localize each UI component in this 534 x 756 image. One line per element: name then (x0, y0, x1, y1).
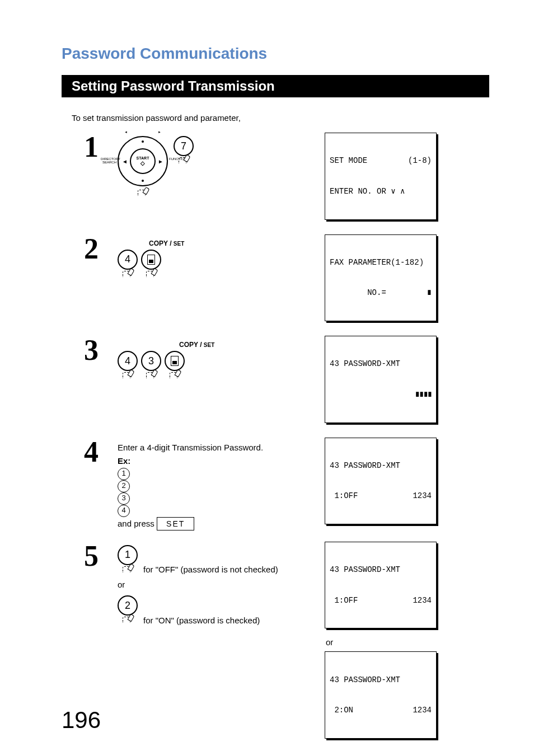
step-number: 5 (84, 542, 118, 571)
page-title: Password Communications (62, 45, 489, 63)
page-number: 196 (62, 707, 101, 734)
function-dial: ◄► DIRECTORY SEARCH FUNCTION ◄ ► START ◇ (118, 136, 168, 200)
copyset-label: COPY / SET (149, 240, 184, 247)
example-label: Ex: (118, 456, 130, 466)
press-icon (121, 617, 134, 627)
keypad-3: 3 (141, 351, 161, 382)
step-number: 2 (84, 234, 118, 264)
step-number: 4 (84, 438, 118, 467)
step-4: 4 Enter a 4-digit Transmission Password.… (84, 438, 489, 530)
digit-3: 3 (118, 492, 130, 505)
press-icon (168, 372, 181, 382)
keypad-4: 4 (118, 351, 138, 382)
lcd-display-3: 43 PASSWORD-XMT ∎∎∎∎ (325, 336, 437, 423)
dial-start-button: START ◇ (130, 148, 156, 174)
document-icon (171, 356, 179, 366)
press-icon (136, 190, 149, 200)
lcd-display-5b: 43 PASSWORD-XMT 2:ON1234 (325, 651, 437, 739)
lcd-display-1: SET MODE(1-8) ENTER NO. OR ∨ ∧ (325, 133, 437, 220)
keypad-4: 4 (118, 250, 138, 281)
step-3: 3 COPY / SET 4 3 (84, 336, 489, 426)
set-button-box: SET (157, 517, 194, 530)
digit-1: 1 (118, 468, 130, 480)
step-5: 5 1 for "OFF" (password is not checked) … (84, 542, 489, 742)
lcd-display-4: 43 PASSWORD-XMT 1:OFF1234 (325, 438, 437, 525)
on-description: for "ON" (password is checked) (143, 614, 260, 627)
keypad-2: 2 (118, 595, 138, 627)
digit-4: 4 (118, 505, 130, 517)
and-press-text: and press (118, 519, 157, 528)
steps-list: 1 ◄► DIRECTORY SEARCH FUNCTION ◄ ► START… (84, 133, 489, 756)
digit-2: 2 (118, 480, 130, 492)
intro-text: To set transmission password and paramet… (72, 113, 489, 123)
step-1: 1 ◄► DIRECTORY SEARCH FUNCTION ◄ ► START… (84, 133, 489, 223)
press-icon (144, 271, 158, 281)
press-icon (177, 157, 190, 167)
or-text: or (118, 579, 325, 591)
section-heading: Setting Password Transmission (62, 75, 489, 97)
keypad-7: 7 (174, 136, 194, 167)
press-icon (121, 372, 134, 382)
step-number: 3 (84, 336, 118, 365)
off-description: for "OFF" (password is not checked) (143, 564, 278, 576)
copyset-label: COPY / SET (179, 341, 214, 349)
press-icon (121, 566, 134, 576)
press-icon (144, 372, 158, 382)
step-2: 2 COPY / SET 4 FAX PARAMETER(1-182) NO. (84, 234, 489, 325)
dial-label-left: DIRECTORY SEARCH (101, 157, 116, 164)
step4-instruction: Enter a 4-digit Transmission Password. (118, 441, 325, 454)
document-icon (147, 255, 155, 265)
press-icon (121, 271, 134, 281)
or-text-right: or (326, 637, 489, 647)
copyset-button (141, 250, 161, 281)
keypad-1: 1 (118, 545, 138, 576)
lcd-display-2: FAX PARAMETER(1-182) NO.=∎ (325, 234, 437, 322)
copyset-button (165, 351, 185, 382)
lcd-display-5a: 43 PASSWORD-XMT 1:OFF1234 (325, 542, 437, 629)
